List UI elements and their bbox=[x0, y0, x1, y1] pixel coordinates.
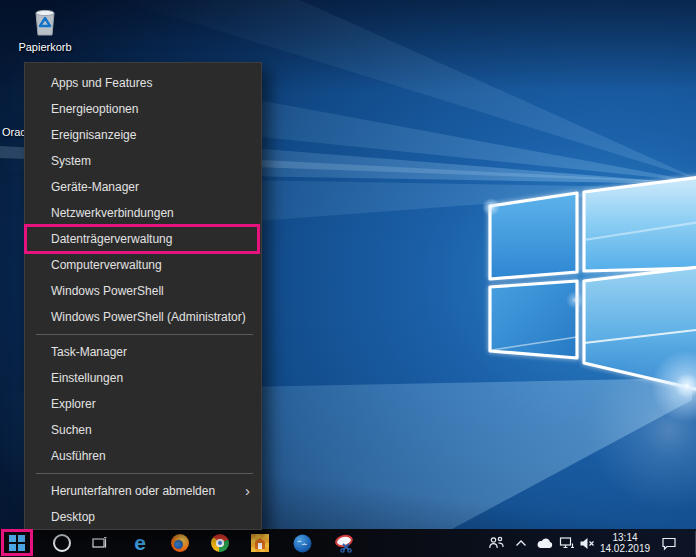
menu-item-desktop[interactable]: Desktop bbox=[25, 504, 261, 530]
partially-hidden-desktop-icon-label: Orac bbox=[2, 126, 26, 138]
clock-date: 14.02.2019 bbox=[596, 543, 654, 554]
chevron-up-icon bbox=[515, 539, 527, 547]
volume-tray-button[interactable] bbox=[576, 529, 598, 557]
windows-logo-icon bbox=[9, 535, 25, 551]
menu-item-herunterfahren-oder-abmelden[interactable]: Herunterfahren oder abmelden › bbox=[25, 478, 261, 504]
firefox-icon bbox=[171, 534, 189, 552]
volume-muted-icon bbox=[579, 537, 596, 550]
onedrive-cloud-icon bbox=[536, 537, 554, 549]
winx-power-user-menu: Apps und Features Energieoptionen Ereign… bbox=[24, 62, 262, 530]
menu-item-einstellungen[interactable]: Einstellungen bbox=[25, 365, 261, 391]
menu-item-netzwerkverbindungen[interactable]: Netzwerkverbindungen bbox=[25, 200, 261, 226]
snipping-tool-icon bbox=[334, 533, 354, 553]
edge-browser-button[interactable]: e bbox=[126, 529, 154, 557]
blue-bird-app-icon bbox=[293, 534, 312, 553]
menu-separator bbox=[36, 473, 253, 474]
action-center-icon bbox=[661, 536, 677, 551]
menu-item-geraete-manager[interactable]: Geräte-Manager bbox=[25, 174, 261, 200]
task-view-button[interactable] bbox=[86, 529, 114, 557]
task-view-icon bbox=[91, 535, 109, 551]
taskbar-clock[interactable]: 13:14 14.02.2019 bbox=[596, 529, 654, 557]
windows-desktop: Papierkorb Orac Apps und Features Energi… bbox=[0, 0, 696, 557]
onedrive-tray-button[interactable] bbox=[534, 529, 556, 557]
cortana-icon bbox=[53, 534, 71, 552]
firefox-browser-button[interactable] bbox=[166, 529, 194, 557]
menu-item-system[interactable]: System bbox=[25, 148, 261, 174]
menu-item-task-manager[interactable]: Task-Manager bbox=[25, 339, 261, 365]
menu-item-windows-powershell-admin[interactable]: Windows PowerShell (Administrator) bbox=[25, 304, 261, 330]
blue-bird-app-button[interactable] bbox=[288, 529, 316, 557]
menu-item-apps-und-features[interactable]: Apps und Features bbox=[25, 70, 261, 96]
edge-icon: e bbox=[134, 533, 146, 553]
start-button[interactable] bbox=[2, 529, 32, 557]
menu-item-computerverwaltung[interactable]: Computerverwaltung bbox=[25, 252, 261, 278]
clock-time: 13:14 bbox=[596, 532, 654, 543]
menu-item-windows-powershell[interactable]: Windows PowerShell bbox=[25, 278, 261, 304]
recycle-bin-icon bbox=[28, 5, 62, 39]
menu-item-ausfuehren[interactable]: Ausführen bbox=[25, 443, 261, 469]
network-tray-button[interactable] bbox=[556, 529, 578, 557]
recycle-bin-desktop-icon[interactable]: Papierkorb bbox=[10, 5, 80, 53]
menu-item-suchen[interactable]: Suchen bbox=[25, 417, 261, 443]
menu-item-datentraegerverwaltung[interactable]: Datenträgerverwaltung bbox=[25, 226, 261, 252]
menu-separator bbox=[36, 334, 253, 335]
action-center-button[interactable] bbox=[658, 529, 680, 557]
snipping-tool-button[interactable] bbox=[330, 529, 358, 557]
menu-item-explorer[interactable]: Explorer bbox=[25, 391, 261, 417]
menu-item-energieoptionen[interactable]: Energieoptionen bbox=[25, 96, 261, 122]
taskbar: e bbox=[0, 529, 696, 557]
recycle-bin-label: Papierkorb bbox=[10, 41, 80, 53]
people-icon bbox=[488, 535, 505, 551]
orange-app-button[interactable] bbox=[246, 529, 274, 557]
chrome-icon bbox=[211, 534, 229, 552]
orange-app-icon bbox=[251, 534, 269, 552]
tray-overflow-button[interactable] bbox=[512, 529, 530, 557]
submenu-chevron-icon: › bbox=[245, 478, 250, 504]
cortana-search-button[interactable] bbox=[48, 529, 76, 557]
network-ethernet-icon bbox=[559, 536, 576, 550]
people-tray-button[interactable] bbox=[486, 529, 506, 557]
menu-item-ereignisanzeige[interactable]: Ereignisanzeige bbox=[25, 122, 261, 148]
chrome-browser-button[interactable] bbox=[206, 529, 234, 557]
